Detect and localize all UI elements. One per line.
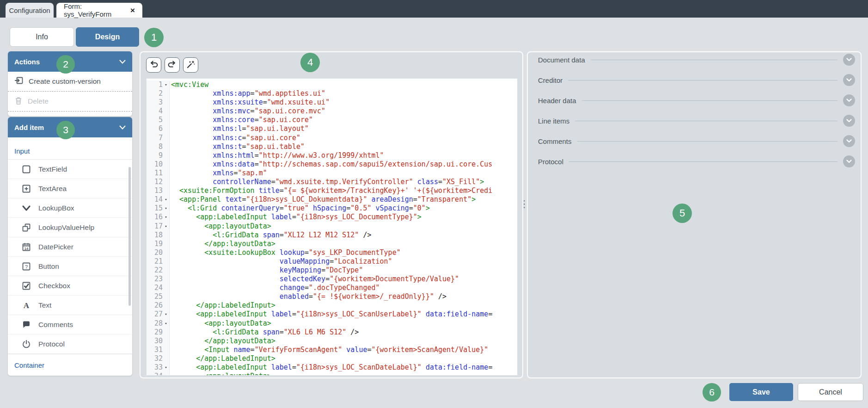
add-item-lookupbox[interactable]: LookupBox (8, 198, 132, 218)
design-tab-button[interactable]: Design (76, 27, 139, 47)
add-item-label: TextArea (38, 185, 67, 193)
add-item-group-container[interactable]: Container (8, 354, 132, 376)
code-fold-icon[interactable]: ▾ (163, 195, 169, 204)
text-icon: A (21, 300, 32, 311)
code-line: 17▾ <app:layoutData> (147, 222, 517, 231)
add-item-lookupvaluehelp[interactable]: LookupValueHelp (8, 218, 132, 237)
section-expand-button[interactable] (843, 135, 855, 147)
add-item-datepicker[interactable]: 14DatePicker (8, 237, 132, 257)
tab-bar: Configuration Form: sys_VerifyForm × (0, 0, 868, 18)
section-divider-line (577, 141, 837, 142)
code-text: <xsuite:LookupBox lookup="sys_LKP_Docume… (169, 248, 517, 257)
add-item-panel: Add item Input TextFieldTextAreaLookupBo… (8, 117, 132, 376)
form-section-creditor: Creditor (528, 70, 861, 90)
format-wand-button[interactable] (183, 57, 198, 73)
lookupbox-icon (21, 203, 32, 214)
code-line: 16▾ <app:LabeledInput label="{i18n>sys_L… (147, 213, 517, 222)
code-fold-icon[interactable]: ▾ (163, 222, 169, 231)
code-fold-icon[interactable]: ▾ (163, 310, 169, 319)
svg-text:?: ? (25, 264, 28, 269)
code-line: 12 controllerName="wmd.xsuite.tmp.Verify… (147, 178, 517, 186)
add-item-label: Button (38, 262, 59, 271)
line-number: 9 (147, 151, 163, 160)
section-expand-button[interactable] (843, 54, 855, 66)
tab-close-icon[interactable]: × (130, 6, 135, 14)
line-number: 3 (147, 98, 163, 107)
section-expand-button[interactable] (843, 94, 855, 106)
redo-icon (167, 60, 177, 71)
code-fold-icon[interactable]: ▾ (163, 363, 169, 372)
chevron-down-icon (846, 119, 852, 123)
form-section-line-items: Line items (528, 111, 861, 131)
annotation-badge-5: 5 (672, 204, 692, 223)
code-line: 3 xmlns:xsuite="wmd.xsuite.ui" (147, 98, 517, 107)
section-divider-line (582, 100, 837, 101)
section-expand-button[interactable] (843, 155, 855, 167)
line-number: 21 (147, 257, 163, 266)
code-fold-icon[interactable]: ▾ (163, 213, 169, 222)
code-editor-panel: 1▾<mvc:View2 xmlns:app="wmd.apptiles.ui"… (140, 51, 523, 378)
code-text: </app:layoutData> (169, 240, 517, 248)
form-section-protocol: Protocol (528, 151, 861, 172)
code-fold-icon[interactable]: ▾ (163, 204, 169, 213)
add-item-textfield[interactable]: TextField (8, 160, 132, 179)
action-item-delete[interactable]: Delete (8, 92, 132, 111)
code-line: 14▾ <app:Panel text="{i18n>sys_LOC_Dokum… (147, 195, 517, 204)
tab-configuration-label: Configuration (9, 6, 50, 14)
form-preview-panel: Document dataCreditorHeader dataLine ite… (527, 51, 862, 378)
code-text: <app:LabeledInput label="{i18n>sys_LOC_D… (169, 213, 517, 222)
fold-spacer (163, 186, 169, 195)
annotation-badge-2: 2 (56, 55, 75, 74)
form-section-label: Header data (538, 97, 576, 105)
code-text: </app:LabeledInput> (169, 354, 517, 363)
tab-form-sys-verifyform[interactable]: Form: sys_VerifyForm × (56, 3, 142, 18)
code-text: keyMapping="DocType" (169, 266, 517, 275)
undo-button[interactable] (146, 57, 161, 73)
section-expand-button[interactable] (843, 74, 855, 86)
textarea-icon (21, 183, 32, 194)
add-item-text[interactable]: AText (8, 296, 132, 315)
add-item-scrollbar[interactable] (128, 167, 131, 306)
form-section-header-data: Header data (528, 90, 861, 111)
fold-spacer (163, 248, 169, 257)
action-item-create-custom-version[interactable]: Create custom-version (8, 72, 132, 92)
code-text: </app:layoutData> (169, 337, 517, 346)
line-number: 31 (147, 346, 163, 354)
xml-code-editor[interactable]: 1▾<mvc:View2 xmlns:app="wmd.apptiles.ui"… (146, 78, 518, 376)
add-item-group-input[interactable]: Input (8, 137, 132, 160)
add-item-checkbox[interactable]: Checkbox (8, 276, 132, 296)
svg-text:A: A (24, 301, 30, 310)
fold-spacer (163, 178, 169, 186)
save-button[interactable]: Save (729, 383, 793, 401)
tab-configuration[interactable]: Configuration (6, 3, 54, 18)
add-item-protocol[interactable]: Protocol (8, 334, 132, 354)
line-number: 33 (147, 363, 163, 372)
add-item-button[interactable]: ?Button (8, 257, 132, 276)
code-fold-icon[interactable]: ▾ (163, 80, 169, 89)
add-item-textarea[interactable]: TextArea (8, 179, 132, 198)
code-fold-icon[interactable]: ▾ (163, 319, 169, 328)
fold-spacer (163, 292, 169, 301)
fold-spacer (163, 346, 169, 354)
code-text: xmlns:html="http://www.w3.org/1999/xhtml… (169, 151, 517, 160)
line-number: 6 (147, 124, 163, 133)
redo-button[interactable] (165, 57, 180, 73)
code-text: <Input name="VerifyFormScanAgent" value=… (169, 346, 517, 354)
section-expand-button[interactable] (843, 115, 855, 127)
add-item-label: DatePicker (38, 243, 73, 251)
form-section-label: Document data (538, 56, 585, 64)
line-number: 12 (147, 178, 163, 186)
line-number: 13 (147, 186, 163, 195)
add-item-comments[interactable]: Comments (8, 315, 132, 334)
fold-spacer (163, 372, 169, 376)
code-text: <mvc:View (169, 80, 517, 89)
panel-splitter-handle[interactable]: ⋮ (520, 202, 529, 206)
fold-spacer (163, 134, 169, 142)
code-text: valueMapping="Localization" (169, 257, 517, 266)
info-tab-button[interactable]: Info (10, 27, 74, 47)
cancel-button[interactable]: Cancel (798, 383, 863, 401)
line-number: 23 (147, 275, 163, 284)
fold-spacer (163, 116, 169, 124)
line-number: 20 (147, 248, 163, 257)
code-line: 22 keyMapping="DocType" (147, 266, 517, 275)
